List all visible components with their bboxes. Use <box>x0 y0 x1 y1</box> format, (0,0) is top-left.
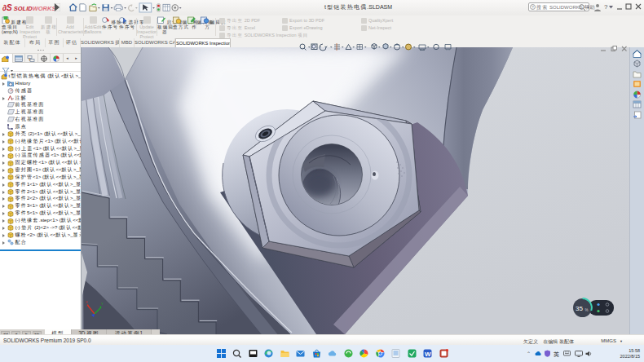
svg-text:X: X <box>86 300 88 304</box>
svg-text:35: 35 <box>576 305 583 312</box>
svg-text:%: % <box>585 308 589 312</box>
svg-text:?: ? <box>532 5 534 10</box>
svg-text:Y: Y <box>101 302 104 306</box>
svg-text:W: W <box>425 351 431 358</box>
